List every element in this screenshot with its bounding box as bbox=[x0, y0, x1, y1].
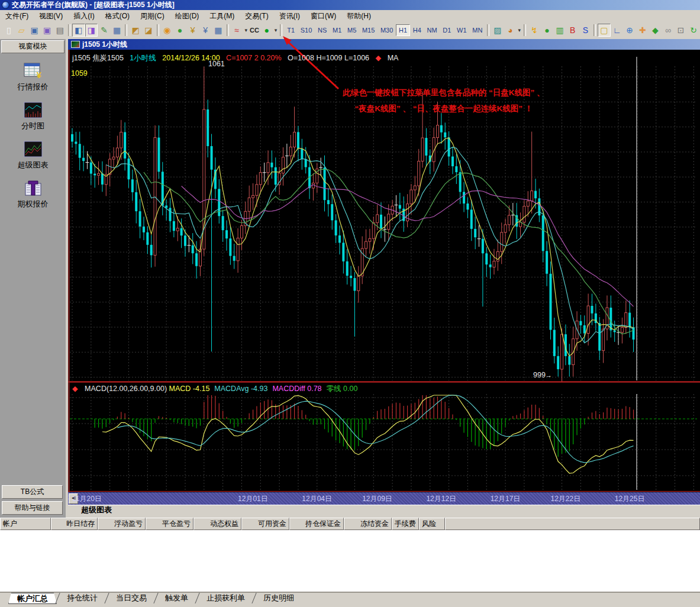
menu-item-0[interactable]: 文件(F) bbox=[0, 10, 34, 22]
date-tick: 12月04日 bbox=[302, 494, 332, 504]
period-m30[interactable]: M30 bbox=[378, 24, 396, 36]
tab-5[interactable]: 历史明细 bbox=[255, 593, 302, 604]
column-header-2[interactable]: 浮动盈亏 bbox=[98, 518, 146, 530]
sidebar-item-quotes[interactable]: ¥ 行情报价 bbox=[0, 63, 66, 92]
period-m1[interactable]: M1 bbox=[330, 24, 344, 36]
comment-icon[interactable]: ▢ bbox=[598, 24, 611, 37]
menu-item-8[interactable]: 资讯(I) bbox=[274, 10, 305, 22]
oneclick-green-icon[interactable]: ● bbox=[260, 24, 273, 37]
pin-icon[interactable]: ◆ bbox=[649, 24, 662, 37]
hand-icon[interactable]: ✚ bbox=[636, 24, 649, 37]
date-tick: 12月17日 bbox=[491, 494, 521, 504]
period-mn[interactable]: MN bbox=[469, 24, 485, 36]
column-header-5[interactable]: 可用资金 bbox=[241, 518, 289, 530]
sidebar-item-intraday[interactable]: 分时图 bbox=[0, 102, 66, 131]
zoom-icon[interactable]: ⊕ bbox=[623, 24, 636, 37]
fund-table-icon[interactable]: ¥ bbox=[199, 24, 212, 37]
column-header-3[interactable]: 平仓盈亏 bbox=[146, 518, 193, 530]
lock-icon[interactable]: ◉ bbox=[161, 24, 174, 37]
tab-super-chart[interactable]: 超级图表 bbox=[72, 505, 121, 515]
new-doc-icon[interactable]: ▯ bbox=[2, 24, 15, 37]
toolbar-separator bbox=[157, 24, 159, 36]
application-window: 交易开拓者平台(旗舰版) - [超级图表-j1505 1小时线] 文件(F)视图… bbox=[0, 0, 700, 607]
sell-s-icon[interactable]: S bbox=[579, 24, 592, 37]
trader-icon[interactable]: ● bbox=[541, 24, 554, 37]
toolbar-separator bbox=[227, 24, 229, 36]
period-m5[interactable]: M5 bbox=[344, 24, 359, 36]
menu-item-10[interactable]: 帮助(H) bbox=[341, 10, 376, 22]
link-icon[interactable]: ∞ bbox=[662, 24, 675, 37]
menu-item-2[interactable]: 插入(I) bbox=[68, 10, 99, 22]
column-header-1[interactable]: 昨日结存 bbox=[51, 518, 98, 530]
window-prev-icon[interactable]: ◩ bbox=[129, 24, 142, 37]
cart-icon[interactable]: ▥ bbox=[553, 24, 566, 37]
sidebar-item-options[interactable]: 期权报价 bbox=[0, 180, 66, 209]
chart-line-icon[interactable]: ▨ bbox=[491, 24, 504, 37]
column-header-9[interactable]: 风险 bbox=[419, 518, 445, 530]
print-icon[interactable]: ▤ bbox=[53, 24, 66, 37]
save-all-icon[interactable]: ▣ bbox=[41, 24, 54, 37]
indicator-wave-icon[interactable]: ≈ bbox=[231, 24, 244, 37]
sidebar-item-label: 行情报价 bbox=[0, 82, 66, 92]
tab-3[interactable]: 触发单 bbox=[157, 593, 196, 604]
tab-0[interactable]: 帐户汇总 bbox=[8, 593, 57, 604]
window-next-icon[interactable]: ◪ bbox=[142, 24, 155, 37]
chart-window-title: j1505 1小时线 bbox=[82, 40, 127, 49]
scale-top-label: 1059 bbox=[71, 69, 88, 78]
menu-item-4[interactable]: 周期(C) bbox=[135, 10, 170, 22]
axis-pointer-icon[interactable]: ∟ bbox=[611, 24, 624, 37]
period-h1[interactable]: H1 bbox=[396, 24, 410, 36]
open-folder-icon[interactable]: ▱ bbox=[15, 24, 28, 37]
panel-left-icon[interactable]: ◧ bbox=[72, 24, 85, 37]
panel-style-icon[interactable]: ◨ bbox=[85, 24, 98, 37]
column-header-6[interactable]: 持仓保证金 bbox=[289, 518, 344, 530]
refresh-icon[interactable]: ↻ bbox=[687, 24, 700, 37]
pie-chart-icon[interactable]: ◕ bbox=[504, 24, 517, 37]
column-header-0[interactable]: 帐户 bbox=[0, 518, 51, 530]
oneclick-green-icon-dropdown[interactable]: ▾ bbox=[273, 27, 279, 33]
help-links-button[interactable]: 帮助与链接 bbox=[2, 501, 63, 515]
tab-4[interactable]: 止损获利单 bbox=[198, 593, 253, 604]
buy-b-icon[interactable]: B bbox=[566, 24, 579, 37]
menu-item-3[interactable]: 格式(O) bbox=[100, 10, 135, 22]
date-axis[interactable]: ◀ 11月20日12月01日12月04日12月09日12月12日12月17日12… bbox=[68, 492, 700, 505]
menu-item-9[interactable]: 窗口(W) bbox=[305, 10, 341, 22]
keyboard-icon[interactable]: ▦ bbox=[111, 24, 124, 37]
annotation-line2: “夜盘K线图” 、 “日、夜盘整合一起连续K线图” ！ bbox=[328, 101, 559, 117]
data-table-icon[interactable]: ▦ bbox=[212, 24, 225, 37]
column-header-8[interactable]: 手续费 bbox=[392, 518, 419, 530]
period-ns[interactable]: NS bbox=[315, 24, 330, 36]
menu-item-7[interactable]: 交易(T) bbox=[240, 10, 273, 22]
indicator-wave-icon-dropdown[interactable]: ▾ bbox=[243, 27, 249, 33]
tab-1[interactable]: 持仓统计 bbox=[59, 593, 106, 604]
period-nm[interactable]: NM bbox=[424, 24, 440, 36]
tab-2[interactable]: 当日交易 bbox=[108, 593, 155, 604]
menu-item-1[interactable]: 视图(V) bbox=[34, 10, 68, 22]
date-tick: 11月20日 bbox=[72, 494, 102, 504]
period-w1[interactable]: W1 bbox=[454, 24, 469, 36]
toolbar-separator bbox=[524, 24, 526, 36]
menu-item-6[interactable]: 工具(M) bbox=[204, 10, 240, 22]
anchor-icon[interactable]: ⊡ bbox=[675, 24, 688, 37]
user-icon[interactable]: ● bbox=[173, 24, 186, 37]
edit-note-icon[interactable]: ✎ bbox=[98, 24, 111, 37]
save-icon[interactable]: ▣ bbox=[28, 24, 41, 37]
toolbar-separator bbox=[68, 24, 70, 36]
period-d1[interactable]: D1 bbox=[440, 24, 454, 36]
sidebar-item-superchart[interactable]: 超级图表 bbox=[0, 141, 66, 170]
tb-formula-button[interactable]: TB公式 bbox=[2, 485, 63, 499]
period-h4[interactable]: H4 bbox=[410, 24, 424, 36]
menu-item-5[interactable]: 绘图(D) bbox=[170, 10, 205, 22]
account-table-body[interactable] bbox=[0, 530, 700, 592]
period-m15[interactable]: M15 bbox=[359, 24, 378, 36]
chart-window-titlebar[interactable]: j1505 1小时线 bbox=[68, 39, 700, 50]
date-tick: 12月09日 bbox=[362, 494, 392, 504]
column-header-7[interactable]: 冻结资金 bbox=[344, 518, 392, 530]
chart-canvas[interactable] bbox=[68, 50, 700, 505]
lightning-icon[interactable]: ↯ bbox=[528, 24, 541, 37]
fund-yen-icon[interactable]: ¥ bbox=[186, 24, 199, 37]
period-t1[interactable]: T1 bbox=[284, 24, 298, 36]
pie-chart-icon-dropdown[interactable]: ▾ bbox=[517, 27, 522, 33]
period-s10[interactable]: S10 bbox=[298, 24, 315, 36]
column-header-4[interactable]: 动态权益 bbox=[193, 518, 241, 530]
